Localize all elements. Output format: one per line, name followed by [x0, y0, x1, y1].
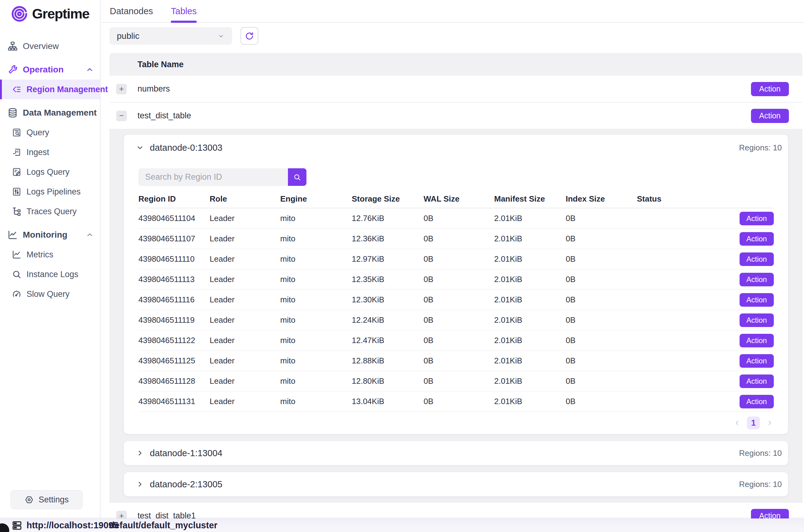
database-select[interactable]: public	[110, 27, 232, 45]
table-action-button[interactable]: Action	[751, 82, 789, 96]
sidebar-item-region-management[interactable]: Region Management	[0, 79, 100, 99]
sidebar-item-label: Instance Logs	[26, 270, 78, 279]
document-search-icon	[12, 128, 22, 137]
sidebar-item-label: Monitoring	[23, 230, 68, 240]
role-cell: Leader	[210, 397, 280, 406]
sidebar-item-overview[interactable]: Overview	[0, 36, 100, 56]
tab-tables[interactable]: Tables	[171, 0, 197, 22]
server-url-text: http://localhost:19095	[26, 520, 118, 530]
index-size-cell: 0B	[566, 274, 637, 284]
tree-icon	[12, 207, 22, 216]
role-cell: Leader	[210, 214, 280, 223]
region-row: 4398046511113Leadermito12.35KiB0B2.01KiB…	[138, 269, 773, 290]
manifest-size-cell: 2.01KiB	[494, 274, 566, 284]
region-action-button[interactable]: Action	[740, 252, 774, 266]
index-size-cell: 0B	[566, 214, 637, 223]
sidebar-item-ingest[interactable]: Ingest	[0, 142, 100, 162]
sidebar-item-metrics[interactable]: Metrics	[0, 245, 100, 264]
region-search-button[interactable]	[288, 168, 306, 186]
region-action-button[interactable]: Action	[740, 334, 774, 347]
datanode-name: datanode-0:13003	[150, 143, 222, 153]
sidebar-item-instance-logs[interactable]: Instance Logs	[0, 264, 100, 284]
role-cell: Leader	[210, 336, 280, 345]
sidebar-item-query[interactable]: Query	[0, 123, 100, 142]
region-id-cell: 4398046511128	[138, 376, 210, 386]
region-action-button[interactable]: Action	[740, 273, 774, 286]
region-action-button[interactable]: Action	[740, 354, 774, 368]
region-action-button[interactable]: Action	[740, 212, 774, 225]
role-cell: Leader	[210, 295, 280, 305]
tab-datanodes[interactable]: Datanodes	[110, 0, 153, 22]
region-row: 4398046511128Leadermito12.80KiB0B2.01KiB…	[138, 371, 773, 392]
wal-size-cell: 0B	[424, 214, 494, 223]
datanode-header[interactable]: datanode-1:13004 Regions: 10	[124, 441, 788, 465]
cluster-name-text: default/default_mycluster	[109, 520, 217, 530]
engine-cell: mito	[280, 397, 352, 406]
region-table: Region ID Role Engine Storage Size WAL S…	[138, 190, 773, 412]
region-id-cell: 4398046511131	[138, 397, 210, 406]
region-action-button[interactable]: Action	[740, 293, 774, 307]
engine-cell: mito	[280, 274, 352, 284]
next-page-button[interactable]	[766, 419, 773, 426]
manifest-size-cell: 2.01KiB	[494, 336, 566, 345]
region-row: 4398046511104Leadermito12.76KiB0B2.01KiB…	[138, 208, 773, 229]
refresh-button[interactable]	[241, 27, 259, 45]
region-row: 4398046511122Leadermito12.47KiB0B2.01KiB…	[138, 330, 773, 351]
sitemap-icon	[7, 41, 18, 52]
search-icon	[12, 269, 22, 279]
wal-size-cell: 0B	[424, 356, 494, 365]
settings-label: Settings	[39, 495, 69, 505]
datanode-header[interactable]: datanode-2:13005 Regions: 10	[124, 472, 788, 496]
corner-widget	[0, 524, 9, 532]
datanode-header[interactable]: datanode-0:13003 Regions: 10	[124, 135, 788, 160]
index-size-cell: 0B	[566, 376, 637, 386]
prev-page-button[interactable]	[733, 419, 741, 426]
region-id-cell: 4398046511119	[138, 315, 210, 325]
engine-cell: mito	[280, 295, 352, 305]
sidebar-item-operation[interactable]: Operation	[0, 60, 100, 79]
wal-size-cell: 0B	[424, 234, 494, 244]
storage-size-cell: 12.97KiB	[352, 254, 424, 264]
wal-size-cell: 0B	[424, 397, 494, 406]
chevron-right-icon	[766, 419, 773, 426]
page-1-button[interactable]: 1	[747, 416, 760, 429]
brand-logo: Greptime	[0, 0, 100, 23]
sidebar-item-label: Operation	[23, 65, 63, 75]
sidebar-item-traces-query[interactable]: Traces Query	[0, 202, 100, 221]
region-action-button[interactable]: Action	[740, 314, 774, 327]
engine-cell: mito	[280, 336, 352, 345]
table-action-button[interactable]: Action	[751, 109, 789, 123]
ingest-icon	[12, 147, 22, 157]
sidebar-item-slow-query[interactable]: Slow Query	[0, 284, 100, 304]
sidebar-item-logs-pipelines[interactable]: Logs Pipelines	[0, 182, 100, 202]
role-cell: Leader	[210, 356, 280, 365]
region-row: 4398046511116Leadermito12.30KiB0B2.01KiB…	[138, 290, 773, 310]
tab-label: Tables	[171, 6, 197, 16]
region-search-input[interactable]	[138, 168, 288, 186]
region-row: 4398046511110Leadermito12.97KiB0B2.01KiB…	[138, 249, 773, 269]
settings-button[interactable]: Settings	[11, 490, 83, 509]
index-size-cell: 0B	[566, 315, 637, 325]
regions-count: Regions: 10	[739, 449, 782, 458]
sidebar-item-monitoring[interactable]: Monitoring	[0, 225, 100, 245]
gauge-icon	[12, 289, 22, 299]
sidebar-item-label: Data Management	[23, 108, 97, 118]
sidebar-item-data-management[interactable]: Data Management	[0, 103, 100, 123]
datanode-name: datanode-2:13005	[150, 479, 222, 490]
wal-size-cell: 0B	[424, 315, 494, 325]
storage-size-cell: 13.04KiB	[352, 397, 424, 406]
engine-cell: mito	[280, 315, 352, 325]
region-action-button[interactable]: Action	[740, 395, 774, 408]
chart-icon	[7, 230, 18, 240]
expand-button[interactable]: +	[116, 84, 127, 94]
table-row: + numbers Action	[110, 76, 802, 103]
region-action-button[interactable]: Action	[740, 232, 774, 246]
chevron-down-icon	[217, 32, 225, 40]
sidebar: Greptime Overview Operation Region Manag…	[0, 0, 100, 518]
col-status: Status	[637, 194, 740, 204]
collapse-button[interactable]: −	[116, 111, 127, 121]
sidebar-item-logs-query[interactable]: Logs Query	[0, 162, 100, 182]
storage-size-cell: 12.80KiB	[352, 376, 424, 386]
region-action-button[interactable]: Action	[740, 375, 774, 388]
server-url: http://localhost:19095	[12, 519, 118, 532]
